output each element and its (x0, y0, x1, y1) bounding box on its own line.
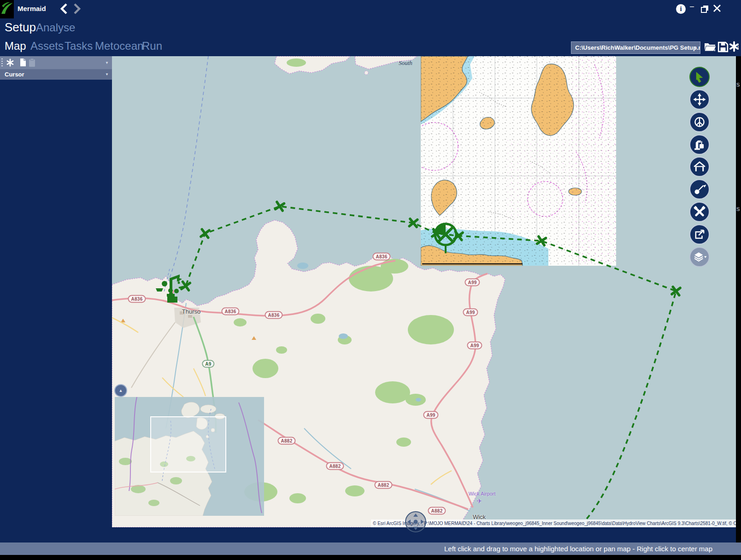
clipped-text-fragment: S (736, 82, 741, 88)
map-pan-compass[interactable] (404, 510, 428, 534)
globe-button[interactable] (689, 112, 710, 132)
tab-run[interactable]: Run (142, 40, 162, 52)
tab-metocean[interactable]: Metocean (95, 40, 143, 52)
home-button[interactable] (689, 157, 710, 177)
inset-collapse-button[interactable]: ▲ (114, 384, 127, 397)
tab-tasks[interactable]: Tasks (65, 40, 93, 52)
app-logo (0, 0, 14, 18)
airport-label: Wick Airport (469, 491, 496, 496)
airplane-icon: ✈ (476, 497, 482, 505)
status-strip: 58° 41' 05.92" N 02° 53' 16.91" W 10 km (0, 527, 741, 542)
minimize-button[interactable]: – (690, 2, 694, 11)
file-path-combobox[interactable]: C:\Users\RichWalker\Documents\PG Setup.m… (571, 41, 700, 54)
mooring-buoy-icon (690, 180, 709, 198)
dropdown-caret-icon: ▼ (105, 70, 109, 80)
pan-button[interactable] (689, 89, 710, 110)
asterisk-tool-icon[interactable] (6, 58, 14, 67)
clipped-right-panel: S S (736, 56, 741, 542)
inset-extent-rectangle[interactable] (151, 417, 226, 472)
tool-mode-value: Cursor (5, 71, 24, 78)
tools-button[interactable] (689, 202, 710, 222)
mermaid-window: Mermaid i – Setup Analyse Map Assets Tas… (0, 0, 741, 560)
forward-button[interactable] (72, 3, 82, 15)
road-shield: A882 (428, 507, 446, 515)
road-shield: A99 (465, 279, 480, 286)
town-label-thurso: Thurso (182, 308, 200, 315)
map-canvas[interactable]: A836 A836 A836 A836 A9 A99 A99 A99 A99 A… (112, 56, 736, 527)
export-icon (690, 225, 709, 244)
save-button[interactable] (717, 41, 729, 52)
mermaid-logo-icon (0, 0, 14, 18)
title-bar: Mermaid i – Setup Analyse Map Assets Tas… (0, 0, 741, 56)
road-shield: A882 (374, 481, 392, 489)
tool-strip: ▼ (0, 56, 112, 70)
globe-icon (690, 113, 709, 131)
tab-setup[interactable]: Setup (5, 20, 36, 35)
export-button[interactable] (689, 224, 710, 245)
road-shield: A836 (128, 295, 146, 303)
info-button[interactable]: i (676, 4, 686, 14)
road-shield: A836 (265, 311, 282, 319)
pan-arrows-icon (690, 90, 709, 109)
cursor-select-button[interactable] (689, 67, 710, 87)
road-shield: A9 (202, 360, 214, 368)
area-label-south: South (399, 59, 412, 67)
crane-button[interactable] (689, 134, 710, 155)
home-icon (690, 158, 709, 176)
layers-button[interactable] (689, 247, 710, 267)
combo-caret-icon[interactable]: ▼ (694, 46, 697, 50)
mooring-button[interactable] (689, 179, 710, 199)
crane-icon (690, 135, 709, 154)
app-title: Mermaid (18, 5, 46, 12)
layers-icon (690, 248, 709, 266)
copy-icon[interactable] (18, 58, 27, 67)
road-shield: A99 (463, 309, 478, 316)
tab-analyse[interactable]: Analyse (36, 21, 75, 34)
toolbar-overflow-icon[interactable]: ▼ (105, 61, 109, 65)
road-shield: A882 (326, 462, 344, 470)
road-shield: A836 (372, 253, 390, 261)
road-shield: A99 (423, 411, 438, 419)
open-file-button[interactable] (704, 41, 716, 52)
paste-icon[interactable] (29, 58, 36, 67)
road-shield: A99 (467, 342, 482, 350)
cursor-arrow-icon (690, 68, 709, 86)
overview-inset-map[interactable] (115, 397, 264, 516)
tab-map[interactable]: Map (5, 40, 26, 52)
left-panel: ▼ Cursor ▼ (0, 56, 112, 527)
road-shield: A882 (277, 437, 295, 445)
tab-assets[interactable]: Assets (30, 40, 64, 52)
back-button[interactable] (59, 3, 69, 15)
clipped-text-fragment: S (736, 206, 741, 212)
toolbar-grip-handle[interactable] (1, 58, 3, 67)
tool-mode-dropdown[interactable]: Cursor ▼ (0, 70, 112, 80)
crossed-tools-icon (690, 203, 709, 221)
road-shield: A836 (221, 308, 239, 315)
restore-button[interactable] (701, 5, 709, 13)
close-button[interactable] (713, 4, 721, 12)
clipped-text-fragment: I (737, 45, 739, 51)
hint-bar: Left click and drag to move a highlighte… (0, 542, 741, 555)
map-graphics (112, 56, 736, 527)
compass-icon (404, 510, 428, 534)
